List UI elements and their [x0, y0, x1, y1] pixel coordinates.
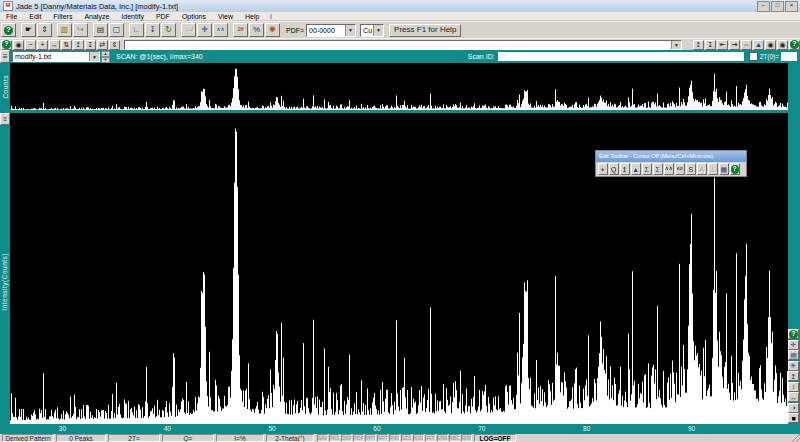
- color-scheme-icon[interactable]: ✺: [265, 23, 280, 37]
- menu-item-options[interactable]: Options: [176, 12, 212, 21]
- menu-item-identify[interactable]: Identify: [115, 12, 150, 21]
- plot-star-icon[interactable]: ✳: [788, 361, 799, 371]
- status-flag-abc[interactable]: ABC: [449, 434, 460, 442]
- minimize-button[interactable]: –: [757, 1, 770, 12]
- menu-item-filters[interactable]: Filters: [47, 12, 78, 21]
- dot-b-icon[interactable]: ◉: [777, 40, 788, 50]
- fill-peaks-icon[interactable]: ▲: [631, 163, 642, 175]
- plot-scale-up-icon[interactable]: ↥: [788, 371, 799, 381]
- menu-item-pdf[interactable]: PDF: [150, 12, 176, 21]
- f1-help-button[interactable]: Press F1 for Help: [389, 24, 461, 37]
- pdf-combo-dropdown-icon[interactable]: ▼: [345, 25, 355, 36]
- grid-view-icon[interactable]: ▦: [719, 163, 730, 175]
- smooth-icon[interactable]: S: [686, 163, 697, 175]
- scan-stack-button[interactable]: ≡: [0, 50, 10, 63]
- edit-help-icon[interactable]: ?: [730, 163, 741, 175]
- close-button[interactable]: ×: [785, 1, 798, 12]
- print-icon[interactable]: ▤: [93, 23, 108, 37]
- scale-down-icon[interactable]: ↧: [705, 40, 716, 50]
- overlay-combo-dropdown-icon[interactable]: ▼: [671, 41, 681, 49]
- zoom-tool-icon[interactable]: Q: [609, 163, 620, 175]
- help3-icon[interactable]: ?: [789, 40, 800, 50]
- scan-file-combo[interactable]: modify-1.txt ▼: [12, 51, 100, 62]
- background-fit-icon[interactable]: Σ: [642, 163, 653, 175]
- shift-down-icon[interactable]: ↧: [85, 40, 96, 50]
- help2-icon[interactable]: ?: [1, 40, 12, 50]
- menu-item-help[interactable]: Help: [239, 12, 265, 21]
- status-flag-rr[interactable]: R/R: [461, 434, 472, 442]
- status-flag-ppt[interactable]: PPT: [365, 434, 376, 442]
- record-icon[interactable]: ◉: [13, 40, 24, 50]
- menu-item-edit[interactable]: Edit: [23, 12, 47, 21]
- pan-icon[interactable]: ✛: [197, 23, 212, 37]
- scan-spinner[interactable]: ▲▼: [101, 51, 110, 62]
- status-flag-ksi[interactable]: KSI: [413, 434, 424, 442]
- status-flag-fit[interactable]: FIT: [425, 434, 436, 442]
- menu-item-file[interactable]: File: [0, 12, 23, 21]
- plot-layers-icon[interactable]: ▤: [788, 350, 799, 360]
- last-scan-icon[interactable]: ⇥: [729, 40, 740, 50]
- expand-horizontal-icon[interactable]: ↔: [49, 40, 60, 50]
- status-flag-pid[interactable]: PID: [389, 434, 400, 442]
- ka2-strip-icon[interactable]: κα: [675, 163, 686, 175]
- cursor-mode-icon[interactable]: ☛: [21, 23, 36, 37]
- resize-grip[interactable]: [792, 434, 800, 442]
- scale-up-icon[interactable]: ↥: [693, 40, 704, 50]
- main-corner-button[interactable]: ≡: [0, 113, 10, 125]
- plot-contrast-icon[interactable]: ◑: [788, 403, 799, 413]
- zoom-in-icon[interactable]: +: [37, 40, 48, 50]
- peak-shift-icon[interactable]: ↧: [145, 23, 160, 37]
- plot-pan-icon[interactable]: ✛: [788, 340, 799, 350]
- theta-zero-input[interactable]: [781, 52, 797, 61]
- first-scan-icon[interactable]: ⇤: [717, 40, 728, 50]
- main-corner-icon: ≡: [3, 116, 7, 122]
- profile-peaks-icon[interactable]: ∧∧: [213, 23, 228, 37]
- plot-axes-icon[interactable]: ∟: [129, 23, 144, 37]
- floating-edit-toolbar[interactable]: Edit Toolbar - Cursor Off (Menu/Ctrl+Min…: [595, 150, 747, 177]
- menu-item-analyze[interactable]: Analyze: [78, 12, 115, 21]
- status-flag-sav[interactable]: SAV: [317, 434, 328, 442]
- plot-help-icon[interactable]: ?: [788, 329, 799, 339]
- cursor-toggle-icon[interactable]: ⌖: [598, 163, 609, 175]
- swap-icon[interactable]: ⇄: [97, 40, 108, 50]
- export-file-icon[interactable]: ↪: [73, 23, 88, 37]
- pdf-combo[interactable]: 00-0000 ▼: [306, 24, 356, 37]
- background-remove-icon[interactable]: Σ: [653, 163, 664, 175]
- status-flag-rpt[interactable]: RPT: [377, 434, 388, 442]
- anode-combo[interactable]: Cu ▼: [360, 24, 384, 37]
- overview-plot-canvas[interactable]: [10, 63, 788, 110]
- overlay-combo[interactable]: ▼: [124, 40, 682, 50]
- stack-icon[interactable]: ⇕: [109, 40, 120, 50]
- plot-expand-h-icon[interactable]: ↔: [788, 392, 799, 402]
- scan-id-input[interactable]: [498, 52, 744, 61]
- status-flag-srm[interactable]: S/RM: [437, 434, 448, 442]
- log-scale-toggle[interactable]: LOG=OFF: [474, 434, 516, 442]
- peak-view-icon[interactable]: ▲: [753, 40, 764, 50]
- expand-vertical-icon[interactable]: ⇅: [61, 40, 72, 50]
- help-icon[interactable]: ?: [1, 23, 16, 37]
- theta-zero-checkbox[interactable]: [749, 52, 758, 61]
- two-theta-icon[interactable]: 2θ: [233, 23, 248, 37]
- peak-label-icon[interactable]: ↥: [620, 163, 631, 175]
- status-flag-pks[interactable]: PKS: [329, 434, 340, 442]
- sort-updown-icon[interactable]: ⇕: [37, 23, 52, 37]
- status-flag-szs[interactable]: SZS: [401, 434, 412, 442]
- edit-toolbar-titlebar[interactable]: Edit Toolbar - Cursor Off (Menu/Ctrl+Min…: [596, 151, 746, 162]
- display-icon[interactable]: ▢: [109, 23, 124, 37]
- profile-fit-icon[interactable]: ∧∧: [664, 163, 675, 175]
- plot-expand-v-icon[interactable]: ↕: [788, 382, 799, 392]
- status-flag-pdf[interactable]: PDF: [353, 434, 364, 442]
- status-flag-dsp[interactable]: DSP: [341, 434, 352, 442]
- dot-a-icon[interactable]: ◉: [765, 40, 776, 50]
- zoom-out-icon[interactable]: −: [25, 40, 36, 50]
- anode-combo-dropdown-icon[interactable]: ▼: [373, 25, 383, 36]
- fit-width-icon[interactable]: ⇔: [741, 40, 752, 50]
- shift-up-icon[interactable]: ↥: [73, 40, 84, 50]
- menu-item-view[interactable]: View: [212, 12, 239, 21]
- refresh-icon[interactable]: ↻: [161, 23, 176, 37]
- scan-file-dropdown-icon[interactable]: ▼: [89, 52, 99, 61]
- plot-full-icon[interactable]: ■: [788, 413, 799, 423]
- percent-intensity-icon[interactable]: %: [249, 23, 264, 37]
- maximize-button[interactable]: □: [771, 1, 784, 12]
- open-file-icon[interactable]: ▥: [57, 23, 72, 37]
